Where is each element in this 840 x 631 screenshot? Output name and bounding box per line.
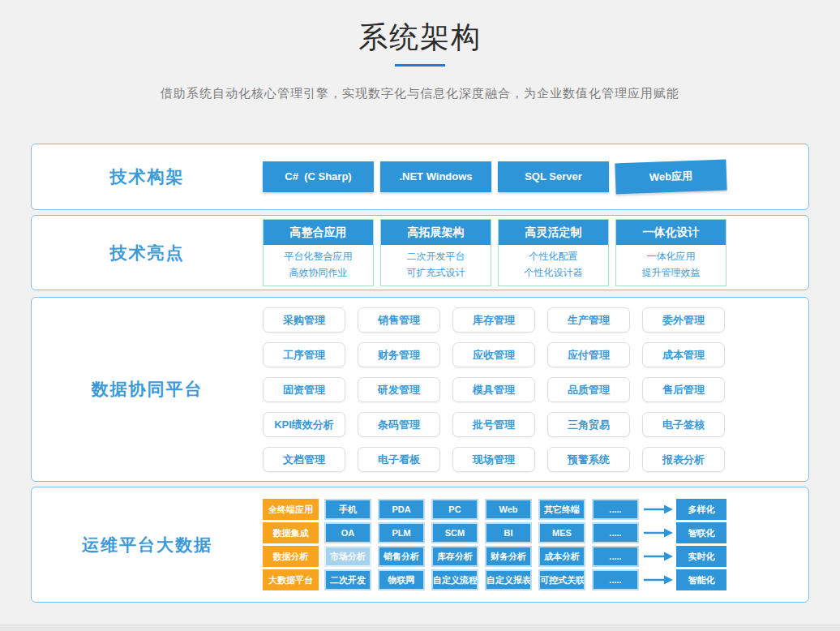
highlight-card-title: 一体化设计 (616, 220, 726, 245)
section-label-data-platform: 数据协同平台 (32, 378, 263, 401)
highlight-card-title: 高灵活定制 (499, 220, 608, 245)
bigdata-item-button[interactable]: ..... (592, 546, 639, 567)
bigdata-row: 数据分析市场分析销售分析库存分析财务分析成本分析.....实时化 (263, 546, 726, 567)
arrow-right-icon (644, 575, 673, 585)
highlight-card: 高拓展架构二次开发平台可扩充式设计 (380, 219, 491, 286)
section-highlights: 技术亮点 高整合应用平台化整合应用高效协同作业高拓展架构二次开发平台可扩充式设计… (31, 215, 809, 290)
module-button[interactable]: 条码管理 (358, 412, 440, 437)
bigdata-item-button[interactable]: 库存分析 (431, 546, 478, 567)
highlight-card-body: 个性化配置个性化设计器 (499, 245, 608, 285)
bigdata-result-button[interactable]: 智联化 (676, 522, 726, 543)
bigdata-item-button[interactable]: 二次开发 (324, 569, 371, 590)
module-button[interactable]: 现场管理 (452, 447, 535, 472)
bigdata-item-button[interactable]: ..... (592, 499, 639, 520)
bigdata-result-button[interactable]: 实时化 (676, 546, 726, 567)
section-bigdata: 运维平台大数据 全终端应用手机PDAPCWeb其它终端.....多样化数据集成O… (31, 487, 809, 603)
bigdata-item-button[interactable]: PLM (378, 522, 425, 543)
module-button[interactable]: 预警系统 (547, 447, 630, 472)
bigdata-item-button[interactable]: PC (431, 499, 478, 520)
module-button[interactable]: 财务管理 (358, 342, 440, 367)
highlight-card-body: 平台化整合应用高效协同作业 (264, 245, 373, 285)
bigdata-row: 大数据平台二次开发物联网自定义流程自定义报表可控式关联.....智能化 (263, 569, 726, 590)
bigdata-item-button[interactable]: 手机 (324, 499, 371, 520)
highlight-card-line: 个性化设计器 (499, 264, 608, 281)
bigdata-result-button[interactable]: 多样化 (676, 499, 726, 520)
highlight-card-body: 二次开发平台可扩充式设计 (381, 245, 491, 285)
module-button[interactable]: 应付管理 (547, 342, 630, 367)
module-button[interactable]: 模具管理 (452, 377, 535, 402)
module-button[interactable]: 固资管理 (263, 377, 345, 402)
system-architecture-page: 系统架构 借助系统自动化核心管理引擎，实现数字化与信息化深度融合，为企业数值化管… (0, 0, 840, 631)
module-button[interactable]: 报表分析 (642, 447, 725, 472)
bigdata-row: 全终端应用手机PDAPCWeb其它终端.....多样化 (263, 499, 726, 520)
module-button[interactable]: 采购管理 (263, 307, 345, 333)
bigdata-item-button[interactable]: 市场分析 (324, 546, 371, 567)
module-button[interactable]: 委外管理 (642, 307, 725, 333)
tech-stack-buttons: C# (C Sharp).NET WindowsSQL ServerWeb应用 (263, 161, 808, 192)
highlight-card-title: 高拓展架构 (381, 220, 491, 245)
bigdata-row: 数据集成OAPLMSCMBIMES.....智联化 (263, 522, 726, 543)
bigdata-item-button[interactable]: 成本分析 (538, 546, 585, 567)
section-label-tech-stack: 技术构架 (32, 165, 263, 188)
bigdata-item-button[interactable]: 可控式关联 (538, 569, 585, 590)
module-button[interactable]: 成本管理 (642, 342, 725, 367)
section-label-highlights: 技术亮点 (32, 242, 263, 264)
module-button[interactable]: 文档管理 (263, 447, 345, 472)
bigdata-item-button[interactable]: 自定义流程 (431, 569, 478, 590)
bigdata-item-button[interactable]: SCM (431, 522, 478, 543)
highlight-cards: 高整合应用平台化整合应用高效协同作业高拓展架构二次开发平台可扩充式设计高灵活定制… (263, 219, 808, 286)
highlight-card-line: 高效协同作业 (264, 264, 373, 281)
bigdata-item-button[interactable]: Web (485, 499, 532, 520)
module-button[interactable]: KPI绩效分析 (263, 412, 345, 437)
bigdata-item-button[interactable]: 财务分析 (485, 546, 532, 567)
module-button[interactable]: 售后管理 (642, 377, 725, 402)
bigdata-category-button[interactable]: 全终端应用 (263, 499, 319, 520)
bigdata-item-button[interactable]: 销售分析 (378, 546, 425, 567)
page-subtitle: 借助系统自动化核心管理引擎，实现数字化与信息化深度融合，为企业数值化管理应用赋能 (0, 86, 840, 101)
module-button[interactable]: 电子签核 (642, 412, 725, 437)
bigdata-item-button[interactable]: BI (485, 522, 532, 543)
module-button[interactable]: 库存管理 (452, 307, 535, 333)
tech-button[interactable]: C# (C Sharp) (263, 161, 374, 192)
highlight-card-line: 平台化整合应用 (264, 248, 373, 264)
bigdata-item-button[interactable]: OA (324, 522, 371, 543)
footer-strip (0, 625, 840, 631)
highlight-card-line: 一体化应用 (616, 248, 726, 264)
module-grid: 采购管理销售管理库存管理生产管理委外管理工序管理财务管理应收管理应付管理成本管理… (263, 307, 725, 472)
module-button[interactable]: 工序管理 (263, 342, 345, 367)
highlight-card: 一体化设计一体化应用提升管理效益 (615, 219, 726, 286)
tech-button[interactable]: SQL Server (498, 161, 609, 192)
highlight-card-line: 二次开发平台 (381, 248, 491, 264)
highlight-card-body: 一体化应用提升管理效益 (616, 245, 726, 285)
module-button[interactable]: 应收管理 (452, 342, 535, 367)
bigdata-item-button[interactable]: 其它终端 (538, 499, 585, 520)
module-button[interactable]: 生产管理 (547, 307, 630, 333)
bigdata-item-button[interactable]: ..... (592, 522, 639, 543)
tech-button[interactable]: .NET Windows (380, 161, 491, 192)
arrow-right-icon (644, 552, 673, 561)
section-data-platform: 数据协同平台 采购管理销售管理库存管理生产管理委外管理工序管理财务管理应收管理应… (31, 297, 809, 482)
highlight-card: 高整合应用平台化整合应用高效协同作业 (263, 219, 374, 286)
module-button[interactable]: 品质管理 (547, 377, 630, 402)
module-button[interactable]: 销售管理 (358, 307, 440, 333)
module-button[interactable]: 批号管理 (452, 412, 535, 437)
bigdata-result-button[interactable]: 智能化 (676, 569, 726, 590)
arrow-right-icon (644, 504, 673, 514)
highlight-card-title: 高整合应用 (264, 220, 373, 245)
bigdata-rows: 全终端应用手机PDAPCWeb其它终端.....多样化数据集成OAPLMSCMB… (263, 499, 726, 590)
page-title: 系统架构 (0, 18, 840, 58)
bigdata-category-button[interactable]: 大数据平台 (263, 569, 319, 590)
bigdata-item-button[interactable]: 自定义报表 (485, 569, 532, 590)
arrow-right-icon (644, 528, 673, 538)
bigdata-category-button[interactable]: 数据分析 (263, 546, 319, 567)
bigdata-item-button[interactable]: 物联网 (378, 569, 425, 590)
module-button[interactable]: 研发管理 (358, 377, 440, 402)
bigdata-item-button[interactable]: MES (538, 522, 585, 543)
bigdata-item-button[interactable]: PDA (378, 499, 425, 520)
bigdata-item-button[interactable]: ..... (592, 569, 639, 590)
bigdata-category-button[interactable]: 数据集成 (263, 522, 319, 543)
tech-button[interactable]: Web应用 (615, 160, 726, 195)
module-button[interactable]: 三角贸易 (547, 412, 630, 437)
highlight-card: 高灵活定制个性化配置个性化设计器 (498, 219, 609, 286)
module-button[interactable]: 电子看板 (358, 447, 440, 472)
